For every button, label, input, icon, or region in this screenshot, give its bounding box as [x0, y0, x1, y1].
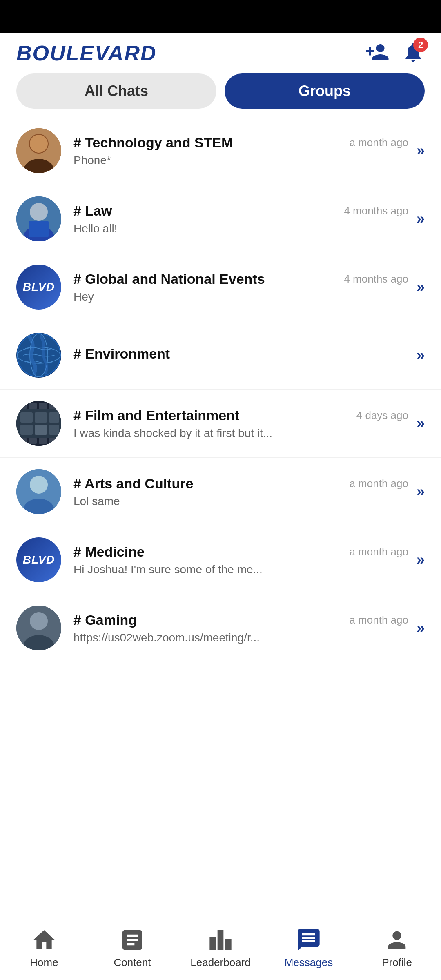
chat-info: # Film and Entertainment 4 days ago I wa…	[74, 408, 408, 440]
chevron-right-icon: »	[416, 551, 425, 568]
chevron-right-icon: »	[416, 210, 425, 227]
chat-item[interactable]: # Technology and STEM a month ago Phone*…	[0, 117, 441, 185]
notification-badge: 2	[413, 38, 428, 52]
svg-point-28	[30, 476, 48, 494]
chat-info: # Gaming a month ago https://us02web.zoo…	[74, 612, 408, 644]
avatar	[16, 333, 61, 378]
home-icon	[31, 927, 57, 953]
nav-leaderboard[interactable]: Leaderboard	[176, 927, 265, 969]
chat-item[interactable]: # Law 4 months ago Hello all! »	[0, 185, 441, 253]
chat-header-row: # Law 4 months ago	[74, 203, 408, 219]
tab-groups[interactable]: Groups	[225, 74, 425, 109]
tab-all-chats[interactable]: All Chats	[16, 74, 216, 109]
svg-rect-14	[39, 403, 47, 409]
chat-name: # Gaming	[74, 612, 137, 628]
avatar	[16, 128, 61, 173]
chat-item[interactable]: # Environment »	[0, 321, 441, 390]
chat-info: # Technology and STEM a month ago Phone*	[74, 135, 408, 167]
chat-preview: Hello all!	[74, 222, 318, 235]
svg-rect-22	[35, 412, 47, 423]
svg-rect-12	[18, 403, 27, 409]
svg-rect-15	[49, 403, 59, 409]
chat-item[interactable]: # Gaming a month ago https://us02web.zoo…	[0, 594, 441, 662]
chat-name: # Arts and Culture	[74, 476, 193, 492]
svg-rect-23	[49, 412, 59, 423]
avatar: BLVD	[16, 265, 61, 310]
chat-item[interactable]: # Arts and Culture a month ago Lol same …	[0, 458, 441, 526]
chat-info: # Medicine a month ago Hi Joshua! I'm su…	[74, 544, 408, 576]
add-user-button[interactable]	[365, 40, 390, 66]
chat-name: # Medicine	[74, 544, 145, 560]
chat-name: # Global and National Events	[74, 271, 265, 287]
chat-name: # Environment	[74, 346, 170, 362]
nav-profile-label: Profile	[382, 956, 412, 969]
profile-icon	[384, 927, 410, 953]
nav-home[interactable]: Home	[0, 927, 88, 969]
chat-item[interactable]: BLVD # Medicine a month ago Hi Joshua! I…	[0, 526, 441, 594]
chat-name: # Film and Entertainment	[74, 408, 239, 423]
chat-preview: https://us02web.zoom.us/meeting/r...	[74, 631, 318, 644]
chat-preview: Hey	[74, 290, 318, 303]
svg-point-5	[30, 203, 48, 221]
chat-preview: Lol same	[74, 495, 318, 508]
chat-preview: Hi Joshua! I'm sure some of the me...	[74, 563, 318, 576]
app-logo: BOULEVARD	[16, 41, 156, 65]
chat-time: a month ago	[349, 477, 408, 490]
chat-list: # Technology and STEM a month ago Phone*…	[0, 117, 441, 662]
avatar: BLVD	[16, 537, 61, 582]
avatar	[16, 469, 61, 514]
svg-rect-24	[20, 425, 33, 435]
chat-header-row: # Gaming a month ago	[74, 612, 408, 628]
chat-header-row: # Film and Entertainment 4 days ago	[74, 408, 408, 423]
svg-rect-17	[29, 438, 37, 444]
chat-header-row: # Global and National Events 4 months ag…	[74, 271, 408, 287]
nav-messages[interactable]: Messages	[265, 927, 353, 969]
avatar	[16, 606, 61, 650]
chevron-right-icon: »	[416, 619, 425, 637]
chat-info: # Law 4 months ago Hello all!	[74, 203, 408, 235]
nav-content-label: Content	[114, 956, 151, 969]
chat-header-row: # Arts and Culture a month ago	[74, 476, 408, 492]
chat-info: # Arts and Culture a month ago Lol same	[74, 476, 408, 508]
tab-bar: All Chats Groups	[0, 74, 441, 109]
chat-time: a month ago	[349, 614, 408, 626]
notification-button[interactable]: 2	[402, 41, 425, 65]
chat-time: 4 months ago	[344, 273, 408, 285]
chat-item[interactable]: # Film and Entertainment 4 days ago I wa…	[0, 390, 441, 458]
chat-info: # Environment	[74, 346, 408, 365]
svg-rect-7	[29, 221, 49, 237]
nav-home-label: Home	[30, 956, 58, 969]
svg-rect-18	[39, 438, 47, 444]
chat-header-row: # Medicine a month ago	[74, 544, 408, 560]
status-bar	[0, 0, 441, 33]
nav-messages-label: Messages	[285, 956, 333, 969]
chevron-right-icon: »	[416, 142, 425, 159]
header: BOULEVARD 2	[0, 33, 441, 74]
svg-rect-21	[20, 412, 33, 423]
nav-leaderboard-label: Leaderboard	[190, 956, 250, 969]
avatar	[16, 196, 61, 241]
content-icon	[119, 927, 145, 953]
chat-preview: I was kinda shocked by it at first but i…	[74, 427, 318, 440]
chat-header-row: # Technology and STEM a month ago	[74, 135, 408, 151]
chat-name: # Law	[74, 203, 112, 219]
svg-rect-13	[29, 403, 37, 409]
chat-time: a month ago	[349, 136, 408, 149]
chat-preview: Phone*	[74, 154, 318, 167]
bottom-nav: Home Content Leaderboard Messages Profil…	[0, 915, 441, 980]
chevron-right-icon: »	[416, 415, 425, 432]
chat-info: # Global and National Events 4 months ag…	[74, 271, 408, 303]
chevron-right-icon: »	[416, 483, 425, 500]
chat-time: 4 days ago	[356, 409, 408, 422]
chat-time: a month ago	[349, 546, 408, 558]
messages-icon	[296, 927, 322, 953]
leaderboard-icon	[207, 927, 234, 953]
chevron-right-icon: »	[416, 347, 425, 364]
chat-time: 4 months ago	[344, 205, 408, 217]
nav-content[interactable]: Content	[88, 927, 176, 969]
svg-rect-19	[49, 438, 59, 444]
svg-point-31	[30, 612, 48, 630]
chat-item[interactable]: BLVD # Global and National Events 4 mont…	[0, 253, 441, 321]
nav-profile[interactable]: Profile	[353, 927, 441, 969]
svg-rect-16	[18, 438, 27, 444]
